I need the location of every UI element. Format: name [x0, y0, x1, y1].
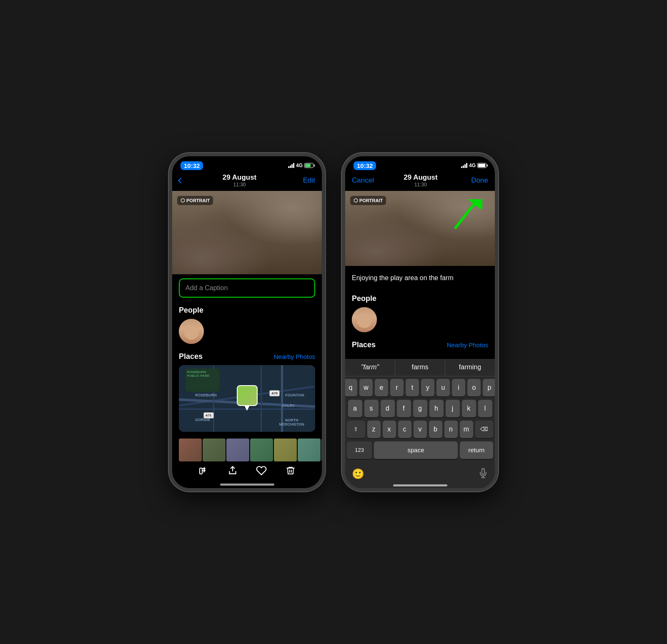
key-t[interactable]: t — [406, 379, 419, 396]
caption-container-1: Add a Caption — [172, 274, 322, 302]
road-sign-a71: A71 — [203, 412, 214, 418]
keyboard-rows: q w e r t y u i o p a s d f g — [345, 376, 495, 465]
cancel-button-2[interactable]: Cancel — [352, 176, 374, 185]
key-c[interactable]: c — [398, 421, 411, 438]
key-p[interactable]: p — [483, 379, 495, 396]
photo-area-2: ⬡ PORTRAIT — [345, 191, 495, 266]
key-k[interactable]: k — [462, 400, 476, 417]
status-right-1: 4G — [288, 163, 313, 168]
places-section-2: Places Nearby Photos — [345, 336, 495, 355]
suggestion-farming[interactable]: farming — [445, 359, 495, 376]
key-return[interactable]: return — [460, 441, 493, 459]
key-q[interactable]: q — [345, 379, 357, 396]
photo-thumb-5[interactable] — [274, 439, 297, 461]
done-button-2[interactable]: Done — [467, 176, 488, 185]
emoji-button[interactable]: 🙂 — [352, 468, 364, 480]
key-space[interactable]: space — [374, 441, 458, 459]
map-bg-1: Roseburn Public Park ROSEBURN FOUNTAIN D… — [179, 365, 315, 432]
key-m[interactable]: m — [460, 421, 473, 438]
bottom-toolbar-1 — [172, 461, 322, 480]
key-y[interactable]: y — [421, 379, 434, 396]
signal-bar-1 — [288, 166, 289, 168]
nearby-photos-link-1[interactable]: Nearby Photos — [274, 353, 315, 360]
people-section-2: People — [345, 290, 495, 336]
places-header-2: Places Nearby Photos — [352, 341, 488, 349]
key-a[interactable]: a — [348, 400, 362, 417]
photo-thumb-1[interactable] — [179, 439, 202, 461]
person-avatar-1[interactable] — [179, 319, 204, 344]
key-v[interactable]: v — [414, 421, 427, 438]
key-w[interactable]: w — [359, 379, 373, 396]
share-button-1[interactable] — [198, 465, 209, 476]
edit-button-1[interactable]: Edit — [294, 176, 315, 185]
keyboard-row-3: ⇧ z x c v b n m ⌫ — [347, 421, 493, 438]
baby-face-1 — [179, 319, 204, 344]
signal-bar-2-4 — [466, 163, 467, 168]
key-s[interactable]: s — [364, 400, 379, 417]
key-d[interactable]: d — [381, 400, 395, 417]
signal-bar-4 — [293, 163, 294, 168]
map-label-fountain: FOUNTAIN — [285, 393, 304, 397]
key-r[interactable]: r — [390, 379, 404, 396]
heart-button-1[interactable] — [256, 465, 267, 476]
key-i[interactable]: i — [452, 379, 465, 396]
map-label-park: Roseburn Public Park — [187, 370, 210, 378]
key-u[interactable]: u — [436, 379, 450, 396]
key-shift[interactable]: ⇧ — [347, 421, 365, 438]
portrait-label-2: PORTRAIT — [359, 198, 383, 203]
trash-button-1[interactable] — [285, 465, 296, 476]
nav-title-1: 29 August — [185, 173, 294, 182]
nav-subtitle-1: 11:30 — [185, 182, 294, 188]
photo-thumb-6[interactable] — [298, 439, 321, 461]
photo-thumb-7[interactable] — [321, 439, 322, 461]
key-h[interactable]: h — [429, 400, 444, 417]
key-z[interactable]: z — [367, 421, 381, 438]
suggestion-farm-quoted[interactable]: "farm" — [345, 359, 395, 376]
nearby-photos-link-2[interactable]: Nearby Photos — [447, 341, 488, 348]
road-sign-a70: A70 — [269, 390, 280, 396]
status-time-2: 10:32 — [354, 161, 376, 170]
battery-fill-2 — [478, 164, 485, 167]
keyboard-row-2: a s d f g h j k l — [347, 400, 493, 417]
keyboard-2: "farm" farms farming q w e r t y u i o p — [345, 359, 495, 488]
notch-1 — [216, 156, 278, 168]
photo-thumb-4[interactable] — [250, 439, 273, 461]
places-section-1: Places Nearby Photos Roseburn Public Par… — [172, 348, 322, 436]
places-title-2: Places — [352, 341, 376, 349]
caption-text-2[interactable]: Enjoying the play area on the farm — [352, 270, 488, 286]
share-icon-1[interactable] — [227, 465, 238, 476]
home-indicator-2 — [393, 484, 447, 486]
key-b[interactable]: b — [429, 421, 442, 438]
mic-button[interactable] — [478, 468, 488, 480]
back-button-1[interactable] — [179, 178, 185, 183]
key-j[interactable]: j — [446, 400, 460, 417]
signal-bars-2 — [461, 163, 467, 168]
map-area-1[interactable]: Roseburn Public Park ROSEBURN FOUNTAIN D… — [179, 365, 315, 432]
key-g[interactable]: g — [413, 400, 427, 417]
key-f[interactable]: f — [397, 400, 411, 417]
portrait-icon-1: ⬡ — [181, 198, 185, 203]
map-label-roseburn: ROSEBURN — [195, 393, 217, 397]
key-n[interactable]: n — [444, 421, 458, 438]
baby-face-2 — [352, 307, 377, 332]
keyboard-row-1: q w e r t y u i o p — [347, 379, 493, 396]
key-l[interactable]: l — [478, 400, 492, 417]
nav-bar-1: 29 August 11:30 Edit — [172, 172, 322, 191]
photo-thumb-3[interactable] — [226, 439, 249, 461]
key-o[interactable]: o — [467, 379, 481, 396]
key-delete[interactable]: ⌫ — [475, 421, 494, 438]
key-e[interactable]: e — [375, 379, 388, 396]
map-label-north: NORTHMERCHISTON — [279, 418, 304, 426]
photo-thumb-2[interactable] — [203, 439, 226, 461]
signal-bar-3 — [291, 164, 293, 168]
phone-1: 10:32 4G 29 August 11:30 — [169, 153, 325, 491]
home-indicator-1 — [220, 484, 274, 486]
suggestion-farms[interactable]: farms — [395, 359, 445, 376]
key-numbers[interactable]: 123 — [347, 441, 372, 459]
key-x[interactable]: x — [383, 421, 396, 438]
phone-2: 10:32 4G Cancel 29 August 11:30 — [342, 153, 498, 491]
person-avatar-2[interactable] — [352, 307, 377, 332]
people-header-1: People — [179, 306, 315, 315]
portrait-badge-1: ⬡ PORTRAIT — [177, 196, 213, 205]
caption-input-1[interactable]: Add a Caption — [179, 278, 315, 298]
